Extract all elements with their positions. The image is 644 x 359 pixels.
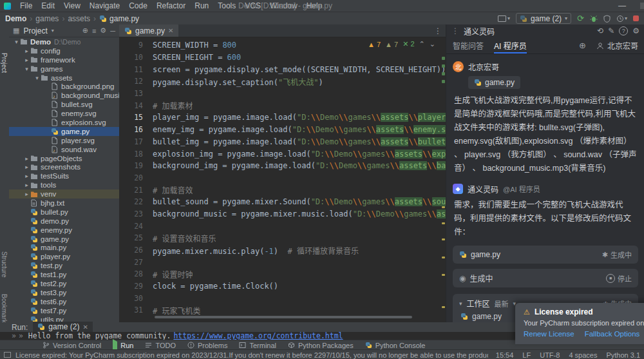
tree-item-test-py[interactable]: test.py <box>9 261 119 270</box>
editor-options-icon[interactable]: ⋮ <box>434 26 446 35</box>
tree-item-enemy-svg[interactable]: enemy.svg <box>9 109 119 118</box>
tool-window-terminal[interactable]: Terminal <box>239 342 276 349</box>
tree-item-demo[interactable]: ▾DemoD:\Demo <box>9 37 119 46</box>
code-line-16[interactable]: 16enemy_img = pygame.image.load("D:\\Dem… <box>119 124 446 136</box>
close-tab-icon[interactable]: ✕ <box>168 27 173 34</box>
tree-item-assets[interactable]: ▾assets <box>9 73 119 82</box>
tool-button-bookmarks[interactable]: Bookmarks <box>1 294 8 326</box>
tree-item-enemy-py[interactable]: enemy.py <box>9 226 119 235</box>
account-widget[interactable]: 北京宏哥 <box>596 40 638 51</box>
debug-button[interactable] <box>590 15 598 23</box>
code-line-12[interactable]: 12pygame.display.set_caption("飞机大战") <box>119 75 446 88</box>
run-target-icon[interactable]: ▾ <box>498 15 510 22</box>
status-widget[interactable]: UTF-8 <box>540 351 560 359</box>
run-tab-game[interactable]: game (2) ✕ <box>33 322 92 332</box>
settings-icon[interactable]: ⚙ <box>100 26 106 35</box>
code-line-25[interactable]: 25# 设置音效和音乐 <box>119 232 446 244</box>
status-widget[interactable]: 4 spaces <box>569 351 597 359</box>
project-view-select[interactable]: Project <box>23 26 47 35</box>
breadcrumb-item[interactable]: assets <box>68 14 90 23</box>
tree-item-bullet-svg[interactable]: bullet.svg <box>9 100 119 109</box>
status-widget[interactable]: 15:54 <box>496 351 514 359</box>
menu-edit[interactable]: Edit <box>37 0 59 12</box>
code-line-15[interactable]: 15player_img = pygame.image.load("D:\\De… <box>119 112 446 124</box>
menu-navigate[interactable]: Navigate <box>85 0 124 12</box>
tool-button-project[interactable]: Project <box>1 53 8 73</box>
tree-item-testsuits[interactable]: ▸testSuits <box>9 171 119 180</box>
horizontal-scrollbar[interactable] <box>155 316 412 318</box>
tree-item-config[interactable]: ▸config <box>9 46 119 55</box>
breadcrumb-item[interactable]: game.py <box>99 14 139 23</box>
stop-button[interactable] <box>633 15 639 21</box>
error-stripe[interactable] <box>442 39 445 315</box>
tree-item-test2-py[interactable]: test2.py <box>9 279 119 288</box>
code-area[interactable]: 9SCREEN_WIDTH = 80010SCREEN_HEIGHT = 600… <box>119 37 446 316</box>
menu-code[interactable]: Code <box>124 0 152 12</box>
tree-item-main-py[interactable]: main.py <box>9 243 119 252</box>
profiler-button[interactable]: ▾ <box>616 15 627 23</box>
tree-item-game-py[interactable]: game.py <box>9 127 119 136</box>
tool-window-run[interactable]: Run <box>113 342 133 349</box>
tree-item-test6-py[interactable]: test6.py <box>9 297 119 306</box>
code-line-14[interactable]: 14# 加载素材 <box>119 99 446 112</box>
tree-item-bullet-py[interactable]: bullet.py <box>9 208 119 217</box>
code-line-23[interactable]: 23background_music = pygame.mixer.music.… <box>119 208 446 220</box>
tree-item-test3-py[interactable]: test3.py <box>9 288 119 297</box>
history-icon[interactable]: ⟲ <box>597 26 603 35</box>
tree-item-player-svg[interactable]: player.svg <box>9 136 119 145</box>
code-line-11[interactable]: 11screen = pygame.display.set_mode((SCRE… <box>119 63 446 75</box>
tree-item-background-png[interactable]: background.png <box>9 82 119 91</box>
tool-window-python-packages[interactable]: Python Packages <box>288 342 354 349</box>
status-message[interactable]: License expired: Your PyCharm subscripti… <box>15 351 488 359</box>
code-line-10[interactable]: 10SCREEN_HEIGHT = 600 <box>119 52 446 64</box>
renew-license-link[interactable]: Renew License <box>524 330 574 338</box>
menu-run[interactable]: Run <box>190 0 213 12</box>
editor-tab-game-py[interactable]: game.py ✕ <box>119 24 178 37</box>
tree-item-games[interactable]: ▾games <box>9 64 119 73</box>
tool-window-python-console[interactable]: Python Console <box>365 342 426 349</box>
tool-window-problems[interactable]: Problems <box>187 342 227 349</box>
rerun-button[interactable]: ⟳ <box>577 14 584 23</box>
hide-panel-icon[interactable]: ─ <box>110 27 115 35</box>
code-line-31[interactable]: 31# 玩家飞机类 <box>119 304 446 316</box>
status-window-icon[interactable] <box>4 352 11 358</box>
tree-item-player-py[interactable]: player.py <box>9 252 119 261</box>
breadcrumb-item[interactable]: Demo <box>5 14 26 23</box>
tree-item-test7-py[interactable]: test7.py <box>9 306 119 315</box>
code-line-26[interactable]: 26pygame.mixer.music.play(-1) # 循环播放背景音乐 <box>119 244 446 257</box>
collapse-all-icon[interactable]: ≡ <box>92 27 96 35</box>
tool-window-version-control[interactable]: Version Control <box>43 342 101 349</box>
new-chat-icon[interactable]: ✎ <box>608 26 614 35</box>
settings-wrench-icon[interactable]: ⚙ <box>632 26 639 35</box>
tree-item-sound-wav[interactable]: ♪sound.wav <box>9 145 119 154</box>
fallback-options-link[interactable]: Fallback Options <box>585 330 640 338</box>
status-widget[interactable]: Python 3.1 <box>606 351 640 359</box>
maximize-icon[interactable] <box>640 3 644 9</box>
code-line-21[interactable]: 21# 加载音效 <box>119 184 446 196</box>
close-run-tab-icon[interactable]: ✕ <box>82 324 88 331</box>
tree-item-game-py[interactable]: game.py <box>9 235 119 244</box>
menu-tools[interactable]: Tools <box>213 0 240 12</box>
run-config-select[interactable]: game (2) ▾ <box>516 13 571 24</box>
inspection-widget[interactable]: ▲ 7 ▲ 7 ✕ 2 ⌃⌄ <box>368 40 435 48</box>
stop-generation-button[interactable]: ■停止 <box>606 273 632 284</box>
menu-view[interactable]: View <box>59 0 85 12</box>
code-line-19[interactable]: 19background_img = pygame.image.load("D:… <box>119 160 446 172</box>
tree-item-framework[interactable]: ▸framework <box>9 55 119 64</box>
tree-item-bjhg-txt[interactable]: bjhg.txt <box>9 199 119 208</box>
help-icon[interactable]: ? <box>619 26 628 35</box>
code-line-17[interactable]: 17bullet_img = pygame.image.load("D:\\De… <box>119 136 446 148</box>
tree-item-pageobjects[interactable]: ▸pageObjects <box>9 154 119 163</box>
tree-item-tools[interactable]: ▸tools <box>9 180 119 189</box>
generated-file-card[interactable]: game.py ✱生成中 <box>453 246 638 264</box>
add-session-icon[interactable]: ⊕ <box>579 41 586 50</box>
breadcrumb-item[interactable]: games <box>35 14 59 23</box>
tree-item-background-music-mp3[interactable]: ♪background_music.mp3 <box>9 91 119 100</box>
tab-ai-programmer[interactable]: AI 程序员 <box>494 37 527 53</box>
tree-item-screenshots[interactable]: ▸screenshots <box>9 162 119 171</box>
code-line-20[interactable]: 20 <box>119 172 446 184</box>
menu-file[interactable]: File <box>15 0 37 12</box>
code-line-27[interactable]: 27 <box>119 256 446 268</box>
tree-item-venv[interactable]: ▸venv <box>9 189 119 199</box>
attached-file-chip[interactable]: game.py <box>468 76 520 89</box>
